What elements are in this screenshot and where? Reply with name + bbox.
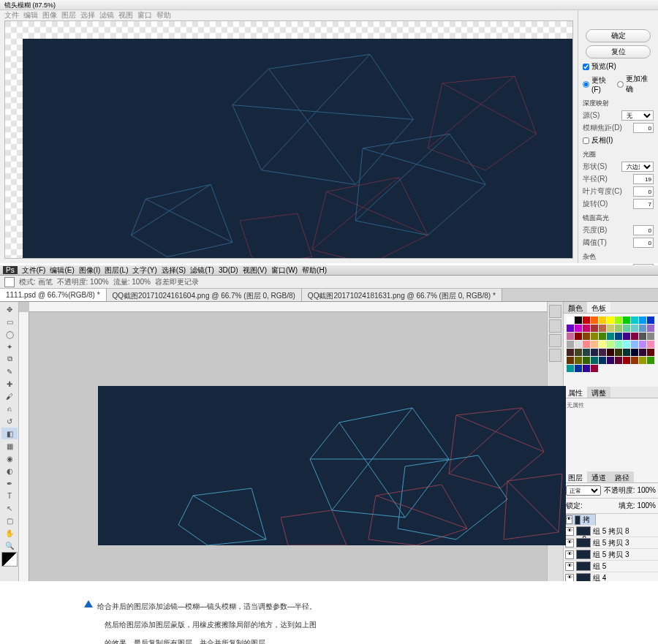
swatch[interactable] (591, 365, 598, 372)
layer-row[interactable]: 👁组 4 (564, 572, 658, 581)
swatch[interactable] (607, 325, 614, 332)
ok-button[interactable]: 确定 (586, 29, 651, 42)
brightness-input[interactable] (633, 225, 654, 235)
tab-color[interactable]: 颜色 (564, 302, 587, 313)
shape-select[interactable]: 六边形 (6) (621, 162, 654, 172)
swatch[interactable] (623, 349, 630, 356)
swatches-panel[interactable] (564, 314, 658, 387)
swatch[interactable] (583, 333, 590, 340)
tab-2[interactable]: QQ截图20171024161604.png @ 66.7% (图层 0, RG… (107, 289, 302, 301)
swatch[interactable] (599, 317, 606, 324)
swatch[interactable] (631, 341, 638, 348)
heal-tool-icon[interactable]: ✚ (1, 378, 18, 390)
blurfocal-input[interactable] (633, 123, 654, 133)
swatch[interactable] (583, 357, 590, 364)
reset-button[interactable]: 复位 (586, 45, 651, 58)
canvas-area[interactable] (19, 302, 547, 581)
swatch[interactable] (639, 349, 646, 356)
swatch[interactable] (615, 325, 622, 332)
swatch[interactable] (567, 341, 574, 348)
layer-row[interactable]: 👁组 5 拷贝 8 (564, 526, 658, 537)
swatch[interactable] (599, 349, 606, 356)
tab-1[interactable]: 1111.psd @ 66.7%(RGB/8) * (0, 289, 107, 301)
swatch[interactable] (623, 317, 630, 324)
eyedropper-tool-icon[interactable]: ✎ (1, 365, 18, 377)
swatch[interactable] (591, 325, 598, 332)
pen-tool-icon[interactable]: ✒ (1, 477, 18, 489)
swatch[interactable] (639, 333, 646, 340)
preview-checkbox[interactable] (583, 64, 589, 70)
invert-checkbox[interactable] (583, 137, 589, 144)
bladecurv-input[interactable] (633, 186, 654, 197)
history-brush-icon[interactable]: ↺ (1, 415, 18, 427)
tab-paths[interactable]: 路径 (610, 471, 634, 482)
swatch[interactable] (615, 341, 622, 348)
blend-mode-select[interactable]: 正常 (566, 485, 601, 496)
swatch[interactable] (583, 317, 590, 324)
swatch[interactable] (647, 325, 654, 332)
swatch[interactable] (639, 317, 646, 324)
swatch[interactable] (607, 357, 614, 364)
path-select-icon[interactable]: ↖ (1, 502, 18, 514)
swatch[interactable] (631, 325, 638, 332)
color-swatch-icon[interactable] (1, 552, 18, 567)
swatch[interactable] (591, 333, 598, 340)
layer-row[interactable]: 👁组 5 拷贝 3 (564, 537, 658, 549)
swatch[interactable] (639, 341, 646, 348)
faster-radio[interactable] (583, 81, 589, 88)
swatch[interactable] (623, 357, 630, 364)
swatch[interactable] (631, 333, 638, 340)
swatch[interactable] (615, 349, 622, 356)
blur-tool-icon[interactable]: ◉ (1, 452, 18, 464)
swatch[interactable] (575, 333, 582, 340)
swatch[interactable] (607, 317, 614, 324)
swatch[interactable] (575, 341, 582, 348)
swatch[interactable] (615, 317, 622, 324)
swatch[interactable] (615, 357, 622, 364)
swatch[interactable] (575, 325, 582, 332)
swatch[interactable] (567, 317, 574, 324)
hand-tool-icon[interactable]: ✋ (1, 527, 18, 539)
swatch[interactable] (647, 317, 654, 324)
zoom-tool-icon[interactable]: 🔍 (1, 539, 18, 551)
swatch[interactable] (631, 357, 638, 364)
swatch[interactable] (599, 357, 606, 364)
swatch[interactable] (599, 333, 606, 340)
layer-row[interactable]: 👁组 5 (564, 561, 658, 572)
swatch[interactable] (575, 349, 582, 356)
swatch[interactable] (647, 357, 654, 364)
visibility-icon[interactable]: 👁 (565, 550, 574, 559)
swatch[interactable] (647, 341, 654, 348)
swatch[interactable] (615, 333, 622, 340)
para-icon[interactable] (549, 349, 561, 362)
eraser-preset-icon[interactable] (4, 277, 15, 287)
swatch[interactable] (583, 325, 590, 332)
rotation-input[interactable] (633, 199, 654, 209)
swatch[interactable] (647, 349, 654, 356)
tab-adjust[interactable]: 调整 (587, 387, 610, 398)
swatch[interactable] (631, 349, 638, 356)
tab-swatches[interactable]: 色板 (587, 302, 610, 313)
swatch[interactable] (591, 341, 598, 348)
menubar[interactable]: Ps 文件(F) 编辑(E) 图像(I) 图层(L) 文字(Y) 选择(S) 滤… (0, 265, 658, 276)
visibility-icon[interactable]: 👁 (565, 562, 574, 571)
swatch[interactable] (567, 325, 574, 332)
move-tool-icon[interactable]: ✥ (1, 303, 18, 315)
visibility-icon[interactable]: 👁 (566, 515, 572, 524)
lasso-tool-icon[interactable]: ◯ (1, 328, 18, 340)
swatch[interactable] (647, 333, 654, 340)
source-select[interactable]: 无 (621, 110, 654, 121)
crop-tool-icon[interactable]: ⧉ (1, 353, 18, 365)
swatch[interactable] (591, 349, 598, 356)
swatch[interactable] (591, 357, 598, 364)
dodge-tool-icon[interactable]: ◐ (1, 465, 18, 477)
actions-icon[interactable] (549, 319, 561, 333)
swatch[interactable] (583, 349, 590, 356)
visibility-icon[interactable]: 👁 (565, 527, 574, 536)
swatch[interactable] (599, 341, 606, 348)
swatch[interactable] (639, 357, 646, 364)
swatch[interactable] (583, 365, 590, 372)
wand-tool-icon[interactable]: ✦ (1, 341, 18, 352)
stamp-tool-icon[interactable]: ⎌ (1, 403, 18, 414)
radius-input[interactable] (633, 174, 654, 184)
